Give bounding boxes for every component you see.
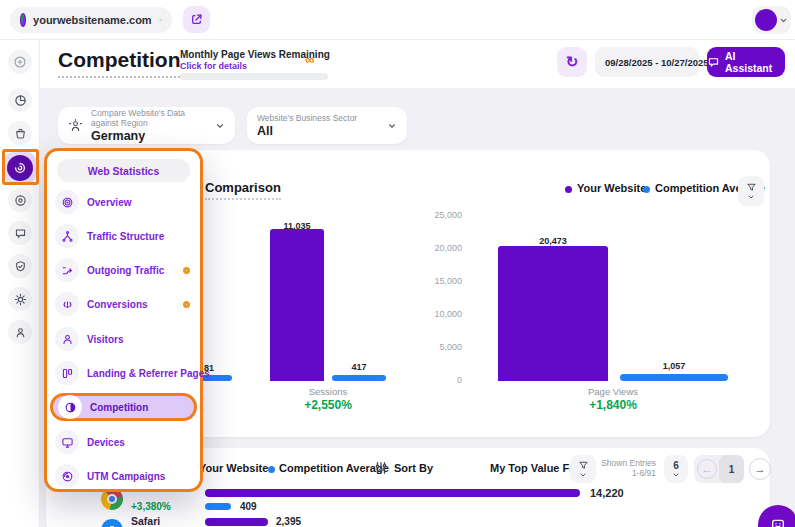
collapse-toggle-icon[interactable] <box>8 50 32 74</box>
chat-icon[interactable] <box>8 221 32 245</box>
legend-dot-competition <box>643 186 650 193</box>
page-title: Competition <box>58 48 180 78</box>
category-sessions: Sessions <box>270 386 386 397</box>
orders-bag-icon[interactable] <box>8 121 32 145</box>
sort-sliders-icon <box>374 461 388 475</box>
row-name-safari: Safari <box>131 515 160 527</box>
pie-chart-icon[interactable] <box>8 88 32 112</box>
menu-item-outgoing-traffic[interactable]: Outgoing Traffic <box>47 257 200 283</box>
chevron-down-icon <box>747 193 755 201</box>
menu-item-landing-referrer[interactable]: Landing & Referrer Pages <box>47 360 200 386</box>
bar-your-pageviews[interactable] <box>498 246 608 381</box>
legend-dot-competition <box>268 466 275 473</box>
menu-item-visitors[interactable]: Visitors <box>47 326 200 352</box>
menu-item-devices[interactable]: Devices <box>47 429 200 455</box>
chevron-down-icon <box>672 471 680 479</box>
open-website-button[interactable] <box>183 6 210 33</box>
sector-filter-value: All <box>257 124 379 138</box>
alert-badge <box>183 267 190 274</box>
target-icon[interactable] <box>8 188 32 212</box>
prev-page-button[interactable]: ← <box>697 459 717 479</box>
refresh-button[interactable]: ↻ <box>557 47 587 77</box>
menu-item-overview[interactable]: Overview <box>47 189 200 215</box>
conversions-icon <box>55 292 79 316</box>
chart-filter-button[interactable] <box>738 176 764 206</box>
y-tick: 0 <box>412 375 462 385</box>
menu-header: Web Statistics <box>57 159 190 182</box>
website-favicon-icon <box>20 13 26 27</box>
external-link-icon <box>190 13 203 26</box>
chat-bubble-icon <box>770 517 786 527</box>
chevron-down-icon <box>579 471 587 479</box>
bar-competition-sessions[interactable] <box>332 375 386 381</box>
y-tick: 20,000 <box>412 243 462 253</box>
sector-filter[interactable]: Website's Business Sector All <box>247 107 407 144</box>
hbar-competition-row1[interactable] <box>205 503 231 510</box>
icon-rail <box>0 40 40 527</box>
y-tick: 10,000 <box>412 309 462 319</box>
traffic-structure-icon <box>55 224 79 248</box>
website-selector[interactable]: yourwebsitename.com <box>10 7 172 33</box>
change-sessions: +2,550% <box>270 398 386 412</box>
outgoing-traffic-icon <box>55 258 79 282</box>
category-pageviews: Page Views <box>498 386 728 397</box>
date-range-text: 09/28/2025 - 10/27/2025 <box>605 57 709 68</box>
menu-item-conversions[interactable]: Conversions <box>47 291 200 317</box>
shown-entries-value: 1-6/91 <box>598 468 656 478</box>
sort-by-label[interactable]: Sort By <box>394 462 433 474</box>
bar-value-comp-pageviews: 1,057 <box>620 361 728 371</box>
bar-value-comp-sessions: 417 <box>332 362 386 372</box>
devices-icon <box>55 430 79 454</box>
menu-item-traffic-structure[interactable]: Traffic Structure <box>47 223 200 249</box>
ai-assistant-button[interactable]: AI Assistant <box>707 47 785 77</box>
menu-item-utm-campaigns[interactable]: UTM Campaigns <box>47 463 200 489</box>
page-size-select[interactable]: 6 <box>664 455 688 483</box>
legend-competition-average: Competition Average <box>279 462 389 474</box>
date-range-picker[interactable]: 09/28/2025 - 10/27/2025 <box>595 47 699 77</box>
avatar <box>755 9 777 31</box>
chat-bubble-icon <box>707 56 720 69</box>
hbar-your-row1[interactable] <box>205 489 580 497</box>
legend-your-website: Your Website <box>199 462 268 474</box>
shield-check-icon[interactable] <box>8 254 32 278</box>
chevron-down-icon <box>779 16 788 25</box>
hbar-value-your-row2: 2,395 <box>276 516 301 527</box>
chevron-down-icon <box>387 121 397 131</box>
region-filter-label: Compare Website's Data against Region <box>91 108 207 128</box>
visitors-icon <box>55 327 79 351</box>
current-page[interactable]: 1 <box>719 455 744 483</box>
menu-item-competition[interactable]: Competition <box>50 393 197 421</box>
infinity-icon: ∞ <box>305 52 314 67</box>
row-change-chrome: +3,380% <box>131 501 171 512</box>
website-name: yourwebsitename.com <box>33 14 152 26</box>
sector-filter-label: Website's Business Sector <box>257 113 379 123</box>
table-filter-button[interactable] <box>570 455 596 483</box>
chevron-down-icon <box>215 121 225 131</box>
change-pageviews: +1,840% <box>498 398 728 412</box>
y-tick: 5,000 <box>412 342 462 352</box>
hbar-value-your-row1: 14,220 <box>590 487 624 499</box>
funnel-icon <box>746 182 757 193</box>
user-location-icon[interactable] <box>8 320 32 344</box>
legend-dot-your-website <box>565 186 572 193</box>
bar-competition-pageviews[interactable] <box>620 374 728 381</box>
quota-details-link[interactable]: Click for details <box>180 61 247 71</box>
landing-referrer-icon <box>55 361 79 385</box>
region-filter[interactable]: Compare Website's Data against Region Ge… <box>58 107 235 144</box>
next-page-button[interactable]: → <box>749 458 771 480</box>
user-menu[interactable] <box>752 6 791 34</box>
web-statistics-menu: Web Statistics Overview Traffic Structur… <box>44 148 203 492</box>
annotation-box-rail <box>2 149 39 185</box>
competition-icon <box>58 395 82 419</box>
region-icon <box>68 118 83 133</box>
utm-campaigns-icon <box>55 464 79 488</box>
settings-gear-icon[interactable] <box>8 287 32 311</box>
app-root: yourwebsitename.com Competition Monthly … <box>0 0 795 527</box>
bar-your-sessions[interactable] <box>270 229 324 381</box>
chevron-down-icon <box>159 15 162 25</box>
page-size-value: 6 <box>673 460 679 471</box>
alert-badge <box>183 301 190 308</box>
funnel-icon <box>578 460 589 471</box>
overview-icon <box>55 190 79 214</box>
hbar-your-row2[interactable] <box>205 518 268 526</box>
